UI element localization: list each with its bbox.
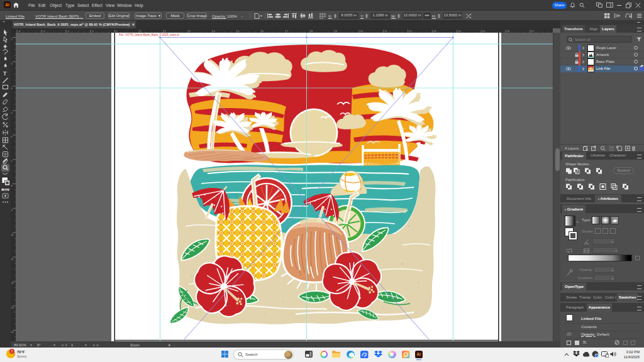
svg-text:14: 14 xyxy=(11,331,14,334)
svg-text:5: 5 xyxy=(238,29,240,32)
svg-text:11: 11 xyxy=(384,29,387,32)
svg-text:13: 13 xyxy=(433,29,436,32)
svg-text:9: 9 xyxy=(336,29,338,32)
svg-text:2: 2 xyxy=(11,38,13,41)
svg-text:3: 3 xyxy=(11,63,13,65)
svg-text:T: T xyxy=(3,70,7,76)
svg-text:2: 2 xyxy=(165,29,167,32)
svg-text:3: 3 xyxy=(189,29,191,32)
svg-text:8: 8 xyxy=(311,29,313,32)
svg-text:1: 1 xyxy=(140,29,142,32)
svg-text:12: 12 xyxy=(11,282,14,285)
svg-text:16: 16 xyxy=(506,29,509,32)
svg-text:-4: -4 xyxy=(18,29,21,32)
svg-text:-2: -2 xyxy=(67,29,69,32)
svg-text:0: 0 xyxy=(116,29,118,32)
svg-text:4: 4 xyxy=(213,29,215,32)
svg-text:7: 7 xyxy=(11,160,13,163)
svg-text:4: 4 xyxy=(11,87,13,90)
svg-text:10: 10 xyxy=(11,234,14,236)
svg-text:6: 6 xyxy=(11,136,13,138)
svg-text:6: 6 xyxy=(262,29,264,32)
svg-text:7: 7 xyxy=(287,29,289,32)
svg-text:-3: -3 xyxy=(43,29,45,32)
svg-text:10: 10 xyxy=(360,29,363,32)
svg-text:9: 9 xyxy=(11,209,13,212)
svg-text:15: 15 xyxy=(482,29,486,32)
svg-text:17: 17 xyxy=(531,29,534,32)
svg-text:14: 14 xyxy=(458,29,461,32)
svg-text:File: VOTR_Island Bash_Back_9: File: VOTR_Island Bash_Back_9 2025_seps.… xyxy=(119,33,179,36)
svg-text:8: 8 xyxy=(11,185,13,187)
svg-text:13: 13 xyxy=(11,307,14,309)
svg-text:5: 5 xyxy=(11,112,13,114)
svg-text:12: 12 xyxy=(409,29,412,32)
svg-text:-1: -1 xyxy=(91,29,94,32)
svg-text:11: 11 xyxy=(11,258,14,261)
